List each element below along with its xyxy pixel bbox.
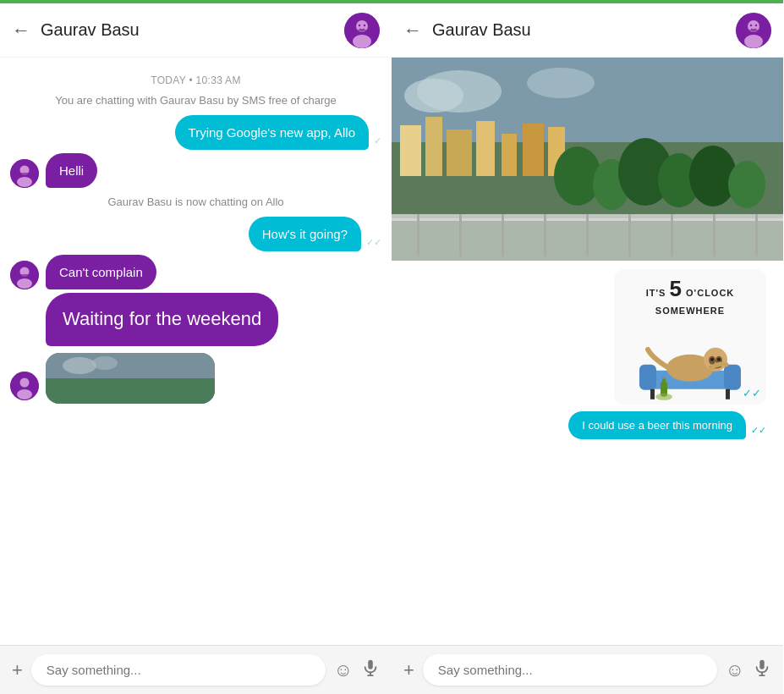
tick-sent-1: ✓ <box>374 135 381 146</box>
svg-rect-47 <box>459 214 462 256</box>
svg-rect-59 <box>726 389 730 399</box>
message-row-sent-right-1: I could use a beer this morning ✓✓ <box>402 408 773 444</box>
message-input-left[interactable] <box>31 654 326 686</box>
avatar-icon-right <box>736 13 771 48</box>
svg-rect-31 <box>400 125 421 176</box>
bubble-received-2: Can't complain <box>46 255 156 289</box>
avatar-icon-received-4 <box>10 372 39 400</box>
svg-rect-32 <box>425 117 442 176</box>
avatar-right[interactable] <box>736 13 771 48</box>
svg-point-24 <box>750 24 752 25</box>
avatar-icon-received-2 <box>10 261 39 289</box>
svg-rect-68 <box>662 377 666 379</box>
back-button-left[interactable]: ← <box>12 19 30 41</box>
svg-rect-34 <box>476 121 495 176</box>
bubble-received-3: Waiting for the weekend <box>46 293 278 346</box>
mic-button-left[interactable] <box>361 658 380 682</box>
bubble-text-sent-1: Trying Google's new app, Allo <box>189 125 355 140</box>
svg-point-64 <box>710 358 714 361</box>
contact-name-left: Gaurav Basu <box>41 20 344 40</box>
right-chat-body: IT'S 5 O'CLOCK SOMEWHERE <box>392 261 783 645</box>
message-row-received-3: Waiting for the weekend <box>10 293 381 346</box>
svg-rect-56 <box>639 365 656 390</box>
avatar-icon-left <box>344 13 380 48</box>
left-header: ← Gaurav Basu <box>0 3 392 58</box>
right-header: ← Gaurav Basu <box>392 3 783 58</box>
back-button-right[interactable]: ← <box>403 19 422 41</box>
avatar-left[interactable] <box>344 13 380 48</box>
bubble-sent-1: Trying Google's new app, Allo <box>175 115 369 150</box>
sticker-line3: SOMEWHERE <box>646 306 735 317</box>
svg-rect-48 <box>502 214 504 256</box>
photo-preview-right <box>392 58 783 261</box>
message-row-received-4 <box>10 353 381 404</box>
sticker-line1: IT'S 5 O'CLOCK <box>646 276 735 302</box>
plus-button-left[interactable]: + <box>12 659 23 681</box>
svg-point-28 <box>404 79 463 113</box>
left-input-bar: + ☺ <box>0 645 392 694</box>
svg-point-29 <box>527 68 595 98</box>
svg-rect-51 <box>628 214 631 256</box>
bubble-sent-2: How's it going? <box>249 217 361 251</box>
message-row-sent-2: How's it going? ✓✓ <box>10 217 381 251</box>
sticker-tick: ✓✓ <box>743 387 761 399</box>
svg-point-3 <box>359 24 360 25</box>
right-chat-panel: ← Gaurav Basu <box>392 0 783 694</box>
svg-point-16 <box>63 357 96 374</box>
avatar-received-2 <box>10 261 39 289</box>
system-message-1: You are chatting with Gaurav Basu by SMS… <box>20 93 371 108</box>
contact-name-right: Gaurav Basu <box>432 20 736 40</box>
svg-rect-53 <box>713 214 715 256</box>
svg-rect-36 <box>523 124 544 176</box>
message-input-right[interactable] <box>423 654 717 686</box>
right-input-bar: + ☺ <box>392 645 783 694</box>
bubble-text-received-3: Waiting for the weekend <box>63 308 261 329</box>
svg-point-7 <box>17 177 32 187</box>
svg-rect-46 <box>417 214 419 256</box>
svg-rect-52 <box>671 214 673 256</box>
left-chat-body: TODAY • 10:33 AM You are chatting with G… <box>0 58 392 645</box>
emoji-button-right[interactable]: ☺ <box>726 659 744 681</box>
timestamp-label: TODAY • 10:33 AM <box>0 74 392 86</box>
tick-right-1: ✓✓ <box>751 425 766 436</box>
city-photo <box>392 58 783 261</box>
svg-rect-35 <box>502 134 517 176</box>
sticker-row: IT'S 5 O'CLOCK SOMEWHERE <box>402 261 773 408</box>
svg-rect-50 <box>586 214 589 256</box>
svg-rect-70 <box>759 659 765 669</box>
mic-icon-left <box>361 658 380 677</box>
bubble-text-received-1: Helli <box>59 163 84 178</box>
svg-rect-58 <box>650 389 655 399</box>
svg-rect-18 <box>368 659 373 669</box>
left-chat-panel: ← Gaurav Basu TODAY • 10:33 AM You are c… <box>0 0 392 694</box>
svg-point-65 <box>717 358 721 361</box>
message-row-received-2: Can't complain <box>10 255 381 289</box>
sticker-5oclock: IT'S 5 O'CLOCK SOMEWHERE <box>614 269 766 405</box>
photo-preview-small <box>46 353 215 404</box>
avatar-icon-received-1 <box>10 159 39 188</box>
svg-rect-15 <box>46 378 215 404</box>
mic-button-right[interactable] <box>753 658 771 682</box>
svg-point-10 <box>17 278 32 289</box>
avatar-received-4 <box>10 372 39 400</box>
svg-point-4 <box>364 24 365 25</box>
photo-bubble-partial <box>46 353 215 404</box>
svg-rect-49 <box>544 214 546 256</box>
svg-point-43 <box>728 161 765 208</box>
bubble-sent-right-1: I could use a beer this morning <box>568 411 746 439</box>
avatar-received-1 <box>10 159 39 188</box>
tick-sent-2: ✓✓ <box>366 237 381 248</box>
right-messages: IT'S 5 O'CLOCK SOMEWHERE <box>392 261 783 451</box>
bubble-text-right-1: I could use a beer this morning <box>582 419 732 432</box>
mic-icon-right <box>753 658 771 677</box>
svg-point-13 <box>17 389 32 399</box>
bubble-text-received-2: Can't complain <box>59 265 143 279</box>
emoji-button-left[interactable]: ☺ <box>334 659 353 681</box>
bubble-text-sent-2: How's it going? <box>262 227 348 241</box>
plus-button-right[interactable]: + <box>403 659 414 681</box>
svg-rect-33 <box>447 129 472 176</box>
system-message-2: Gaurav Basu is now chatting on Allo <box>20 195 371 210</box>
svg-point-69 <box>655 394 672 400</box>
svg-rect-54 <box>755 214 758 256</box>
sloth-sticker-svg <box>635 320 745 405</box>
